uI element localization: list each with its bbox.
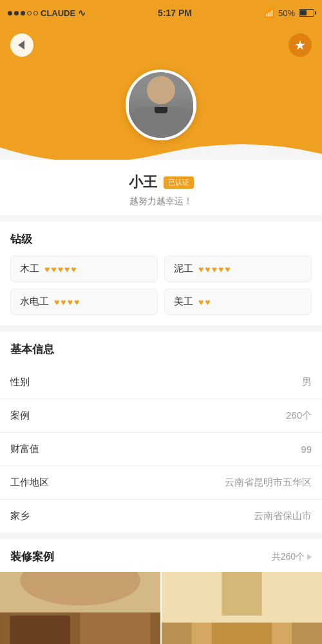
heart4: ♥ (218, 264, 223, 274)
svg-rect-11 (222, 572, 261, 616)
person-head (147, 76, 175, 104)
diamond-level-title: 钻级 (10, 232, 312, 247)
heart3: ♥ (212, 264, 217, 274)
avatar (126, 70, 196, 140)
case-image-1 (0, 572, 160, 644)
heart1: ♥ (54, 297, 59, 307)
status-left: CLAUDE ∿ (8, 8, 86, 18)
heart1: ♥ (198, 264, 204, 274)
battery-fill (300, 10, 307, 15)
skill-item-carpentry: 木工 ♥ ♥ ♥ ♥ ♥ (10, 256, 158, 282)
bluetooth-icon: 📶 (264, 8, 274, 18)
cases-header[interactable]: 装修案例 共260个 (0, 539, 322, 572)
info-label-gender: 性别 (10, 376, 30, 388)
heart4: ♥ (64, 264, 70, 274)
heart1: ♥ (198, 297, 204, 307)
info-label-hometown: 家乡 (10, 510, 30, 522)
cases-count-label: 共260个 (272, 551, 305, 563)
info-value-hometown: 云南省保山市 (254, 510, 312, 522)
info-item-hometown: 家乡 云南省保山市 (0, 500, 322, 533)
heart5: ♥ (225, 264, 230, 274)
heart4: ♥ (74, 297, 79, 307)
back-arrow-icon (18, 41, 24, 50)
heart5: ♥ (71, 264, 76, 274)
skill-item-design: 美工 ♥ ♥ (164, 289, 312, 315)
chevron-right-icon (307, 554, 312, 560)
heart2: ♥ (51, 264, 56, 274)
info-value-cases: 260个 (286, 410, 312, 422)
basic-info-title-wrapper: 基本信息 (0, 332, 322, 357)
heart2: ♥ (205, 297, 210, 307)
name-badge-row: 小王 已认证 (129, 173, 194, 192)
carrier-label: CLAUDE (41, 8, 75, 18)
heart1: ♥ (44, 264, 50, 274)
name-section: 小王 已认证 越努力越幸运！ (0, 160, 322, 215)
skill-hearts-masonry: ♥ ♥ ♥ ♥ ♥ (198, 264, 231, 274)
dot2 (14, 11, 19, 15)
battery-percent: 50% (278, 8, 295, 18)
favorite-button[interactable]: ★ (289, 33, 312, 57)
dot1 (8, 11, 12, 15)
cases-count: 共260个 (272, 551, 312, 563)
svg-rect-2 (10, 616, 70, 644)
user-name: 小王 (129, 173, 157, 192)
cases-section: 装修案例 共260个 (0, 539, 322, 644)
skill-name-plumbing: 水电工 (20, 296, 49, 308)
skill-name-design: 美工 (174, 296, 193, 308)
dot3 (21, 11, 25, 15)
info-item-gender: 性别 男 (0, 366, 322, 399)
skill-hearts-design: ♥ ♥ (198, 297, 211, 307)
status-time: 5:17 PM (158, 8, 192, 18)
dot4 (27, 11, 32, 15)
cases-title: 装修案例 (10, 549, 54, 564)
skill-hearts-plumbing: ♥ ♥ ♥ ♥ (54, 297, 79, 307)
info-value-gender: 男 (302, 376, 312, 388)
battery-icon (299, 9, 314, 17)
skill-item-plumbing: 水电工 ♥ ♥ ♥ ♥ (10, 289, 158, 315)
basic-info-title: 基本信息 (10, 342, 312, 357)
basic-info-section: 基本信息 性别 男 案例 260个 财富值 99 工作地区 云南省昆明市五华区 … (0, 332, 322, 533)
info-label-workarea: 工作地区 (10, 477, 49, 489)
verified-badge: 已认证 (164, 176, 194, 189)
status-right: 📶 50% (264, 8, 314, 18)
heart3: ♥ (58, 264, 63, 274)
info-label-wealth: 财富值 (10, 443, 39, 455)
skill-name-masonry: 泥工 (174, 263, 193, 275)
content-area: 小王 已认证 越努力越幸运！ 钻级 木工 ♥ ♥ ♥ ♥ ♥ 泥工 (0, 160, 322, 644)
signal-dots (8, 11, 38, 15)
skill-item-masonry: 泥工 ♥ ♥ ♥ ♥ ♥ (164, 256, 312, 282)
person-collar (155, 107, 167, 113)
status-bar: CLAUDE ∿ 5:17 PM 📶 50% (0, 0, 322, 26)
case-images-row (0, 572, 322, 644)
user-motto: 越努力越幸运！ (129, 196, 193, 207)
header-top-bar: ★ (0, 26, 322, 57)
header-section: ★ (0, 26, 322, 173)
info-item-workarea: 工作地区 云南省昆明市五华区 (0, 466, 322, 500)
info-item-wealth: 财富值 99 (0, 433, 322, 466)
heart2: ♥ (205, 264, 210, 274)
star-icon: ★ (294, 37, 306, 53)
heart3: ♥ (68, 297, 73, 307)
back-button[interactable] (10, 33, 33, 57)
diamond-level-section: 钻级 木工 ♥ ♥ ♥ ♥ ♥ 泥工 ♥ ♥ ♥ (0, 222, 322, 325)
info-label-cases: 案例 (10, 410, 30, 422)
info-value-workarea: 云南省昆明市五华区 (225, 477, 312, 489)
avatar-container (0, 70, 322, 140)
info-list: 性别 男 案例 260个 财富值 99 工作地区 云南省昆明市五华区 家乡 云南… (0, 366, 322, 533)
skills-grid: 木工 ♥ ♥ ♥ ♥ ♥ 泥工 ♥ ♥ ♥ ♥ ♥ (10, 256, 312, 315)
case-image-2 (162, 572, 322, 644)
info-item-cases: 案例 260个 (0, 399, 322, 433)
dot5 (33, 11, 38, 15)
person-body (135, 107, 187, 139)
skill-name-carpentry: 木工 (20, 263, 39, 275)
info-value-wealth: 99 (301, 444, 312, 455)
heart2: ♥ (61, 297, 66, 307)
skill-hearts-carpentry: ♥ ♥ ♥ ♥ ♥ (44, 264, 77, 274)
avatar-person (129, 71, 193, 139)
wifi-icon: ∿ (78, 8, 86, 18)
